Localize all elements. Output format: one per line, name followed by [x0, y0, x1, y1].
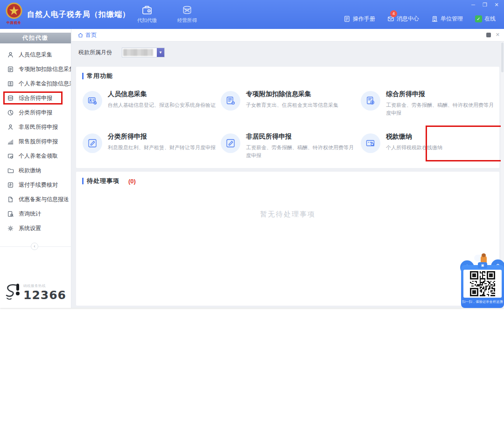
sidebar-item-label: 退付手续费核对 [19, 181, 58, 189]
sidebar-item-label: 限售股所得申报 [19, 138, 58, 146]
card-description: 自然人基础信息登记、报送和公安系统身份验证 [108, 101, 216, 109]
search-doc-icon [7, 210, 14, 217]
card-title: 人员信息采集 [108, 90, 216, 98]
sidebar-item-8[interactable]: 税款缴纳 [0, 163, 71, 178]
edit-icon [83, 133, 102, 153]
tax-month-select[interactable]: ▼ [122, 48, 165, 57]
common-functions-panel: 常用功能 人员信息采集自然人基础信息登记、报送和公安系统身份验证专项附加扣除信息… [76, 67, 499, 168]
main-content: 税款所属月份 ▼ 常用功能 人员信息采集自然人基础信息登记、报送和公安系统身份验… [71, 42, 504, 308]
sidebar-item-label: 专项附加扣除信息采集 [19, 65, 71, 73]
sidebar-item-label: 综合所得申报 [19, 94, 52, 102]
message-badge: 4 [390, 10, 397, 17]
online-status[interactable]: ✓ 在线 [475, 15, 496, 23]
chevron-down-icon[interactable]: ▼ [157, 48, 164, 57]
sidebar-item-label: 人员信息采集 [19, 51, 52, 59]
sidebar-item-10[interactable]: 优惠备案与信息报送 [0, 192, 71, 207]
nav-business-income[interactable]: 经营所得 [172, 5, 202, 24]
function-card-3[interactable]: 分类所得申报利息股息红利、财产租赁、财产转让等月度申报 [83, 133, 221, 166]
sidebar-item-label: 分类所得申报 [19, 109, 52, 117]
common-functions-title: 常用功能 [87, 72, 113, 80]
user-icon [7, 51, 14, 58]
function-card-0[interactable]: 人员信息采集自然人基础信息登记、报送和公安系统身份验证 [83, 90, 221, 124]
hotline-number: 12366 [23, 288, 66, 302]
hotline-block: 纳税服务热线 12366 [5, 283, 66, 302]
manual-button[interactable]: 操作手册 [343, 15, 375, 23]
qr-tab-icon: ▣ [478, 262, 487, 268]
edit-icon [221, 133, 240, 153]
nav-withholding[interactable]: 代扣代缴 [132, 5, 162, 24]
sidebar-item-label: 税款缴纳 [19, 167, 41, 175]
user2-icon [7, 124, 14, 131]
sidebar-item-label: 个人养老金领取 [19, 152, 58, 160]
sidebar-item-7[interactable]: 个人养老金领取 [0, 149, 71, 163]
window-controls: ─ ❐ ✕ [470, 2, 499, 8]
card-description: 利息股息红利、财产租赁、财产转让等月度申报 [108, 144, 216, 152]
sidebar-header: 代扣代缴 [0, 33, 71, 43]
cards-grid: 人员信息采集自然人基础信息登记、报送和公安系统身份验证专项附加扣除信息采集子女教… [83, 90, 499, 166]
sidebar-menu: 人员信息采集专项附加扣除信息采集个人养老金扣除信息采集综合所得申报分类所得申报非… [0, 43, 71, 236]
card-coin-icon [7, 153, 14, 160]
function-card-4[interactable]: 非居民所得申报工资薪金、劳务报酬、稿酬、特许权使用费等月度申报 [221, 133, 361, 166]
sidebar-item-5[interactable]: 非居民所得申报 [0, 120, 71, 134]
drum-icon [182, 5, 193, 16]
section-accent-bar [82, 178, 84, 184]
hotline-logo-icon [5, 283, 21, 302]
sidebar: 代扣代缴 人员信息采集专项附加扣除信息采集个人养老金扣除信息采集综合所得申报分类… [0, 29, 71, 308]
emblem-caption: 中国税务 [3, 21, 25, 25]
sidebar-item-4[interactable]: 分类所得申报 [0, 105, 71, 120]
pending-items-panel: 待处理事项 (0) 暂无待处理事项 [76, 172, 499, 306]
tab-home[interactable]: 首页 [77, 29, 97, 42]
unit-management-button[interactable]: 单位管理 [431, 15, 463, 23]
close-button[interactable]: ✕ [494, 2, 499, 8]
card-title: 综合所得申报 [386, 90, 497, 98]
card-minus-icon [7, 80, 14, 87]
tab-bar: 首页 ✕ [71, 29, 504, 42]
idcard-icon [83, 91, 102, 111]
title-bar: 中国税务 自然人电子税务局（扣缴端） 代扣代缴 经营所得 操作手册 4 消息中心 [0, 0, 504, 29]
qr-promo-widget: ▣ 扫一扫，体验记录全程追溯 [461, 255, 504, 308]
wallet-icon [141, 5, 153, 16]
maximize-button[interactable]: ❐ [482, 2, 488, 8]
org-icon [431, 15, 438, 22]
sidebar-item-0[interactable]: 人员信息采集 [0, 48, 71, 62]
app-window: 中国税务 自然人电子税务局（扣缴端） 代扣代缴 经营所得 操作手册 4 消息中心 [0, 0, 504, 308]
message-center-button[interactable]: 4 消息中心 [387, 15, 419, 23]
form-icon [221, 91, 240, 111]
sidebar-item-12[interactable]: 系统设置 [0, 221, 71, 236]
minimize-button[interactable]: ─ [470, 2, 476, 8]
sidebar-item-6[interactable]: 限售股所得申报 [0, 134, 71, 149]
tax-month-label: 税款所属月份 [78, 49, 112, 56]
section-accent-bar [82, 73, 84, 79]
sidebar-item-2[interactable]: 个人养老金扣除信息采集 [0, 77, 71, 91]
app-title: 自然人电子税务局（扣缴端） [27, 10, 130, 20]
sidebar-item-3[interactable]: 综合所得申报 [0, 91, 71, 105]
function-card-5[interactable]: 税款缴纳个人所得税税款在线缴纳 [361, 133, 499, 166]
sidebar-collapse-button[interactable]: ‹ [31, 243, 38, 250]
sidebar-item-11[interactable]: 查询统计 [0, 207, 71, 221]
folder-icon [7, 167, 14, 174]
sidebar-item-label: 系统设置 [19, 224, 41, 232]
function-card-1[interactable]: 专项附加扣除信息采集子女教育支出、住房租金支出等信息采集 [221, 90, 361, 124]
sidebar-item-9[interactable]: 退付手续费核对 [0, 178, 71, 192]
card-title: 税款缴纳 [386, 133, 442, 141]
pending-items-title: 待处理事项 [87, 177, 119, 185]
sidebar-item-label: 查询统计 [19, 210, 41, 218]
checklist-icon [7, 66, 14, 73]
sidebar-item-1[interactable]: 专项附加扣除信息采集 [0, 62, 71, 77]
sidebar-item-label: 优惠备案与信息报送 [19, 196, 69, 203]
online-check-icon: ✓ [475, 15, 482, 22]
function-card-2[interactable]: 综合所得申报工资薪金、劳务报酬、稿酬、特许权使用费等月度申报 [361, 90, 499, 124]
card-description: 个人所得税税款在线缴纳 [386, 144, 442, 152]
header-toolbar: 操作手册 4 消息中心 单位管理 ✓ 在线 [343, 15, 496, 23]
qr-panel: ▣ 扫一扫，体验记录全程追溯 [461, 265, 504, 308]
report-icon [361, 91, 380, 111]
card-description: 工资薪金、劳务报酬、稿酬、特许权使用费等月度申报 [246, 144, 358, 160]
qr-code [463, 270, 502, 298]
tab-options-icon[interactable] [486, 33, 491, 37]
pending-count: (0) [128, 178, 136, 185]
tab-close-icon[interactable]: ✕ [496, 32, 500, 38]
pay-icon [361, 133, 380, 153]
empty-state-text: 暂无待处理事项 [76, 210, 499, 219]
sidebar-item-label: 个人养老金扣除信息采集 [19, 80, 71, 88]
header-nav: 代扣代缴 经营所得 [132, 5, 202, 24]
